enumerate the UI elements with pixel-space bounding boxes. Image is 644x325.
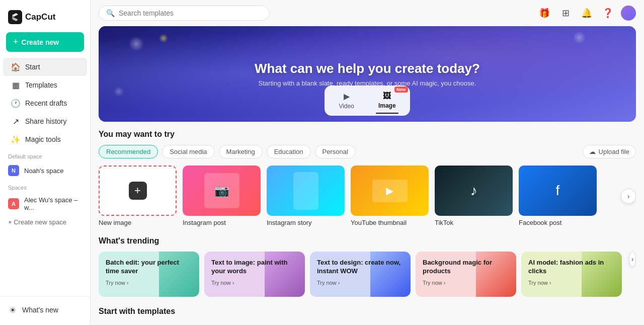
filter-social-media[interactable]: Social media <box>162 145 214 158</box>
create-new-button[interactable]: + Create new <box>6 32 84 52</box>
nav-label-magic-tools: Magic tools <box>25 135 61 143</box>
new-image-plus-icon: + <box>129 182 147 200</box>
template-label-tiktok: TikTok <box>435 219 513 226</box>
hero-tab-image-label: Image <box>378 102 396 109</box>
video-tab-icon: ▶ <box>344 92 350 101</box>
grid-icon[interactable]: ⊞ <box>557 5 574 21</box>
template-label-ig-story: Instagram story <box>267 219 345 226</box>
template-cards-row: + New image 📷 Instagram post Instagram s… <box>99 166 636 226</box>
trending-card-ai-model[interactable]: AI model: fashion ads in clicks Try now … <box>521 252 622 297</box>
trending-card-text-3: Text to design: create now, instant WOW … <box>317 259 404 286</box>
new-badge: New <box>394 87 408 93</box>
bell-icon[interactable]: 🔔 <box>579 5 595 21</box>
nav-label-share-history: Share history <box>25 117 66 125</box>
trending-card-text-5: AI model: fashion ads in clicks Try now … <box>528 259 615 286</box>
space-item-noah[interactable]: N Noah's space <box>0 161 90 180</box>
hero-tab-image[interactable]: 🖼 Image New <box>368 89 406 113</box>
search-box[interactable]: 🔍 <box>99 6 270 21</box>
sidebar-item-templates[interactable]: ▦ Templates <box>3 76 87 94</box>
user-avatar[interactable] <box>621 6 636 21</box>
start-templates-title: Start with templates <box>91 307 644 322</box>
trending-card-batch-edit[interactable]: Batch edit: your perfect time saver Try … <box>99 252 199 297</box>
trending-card-text-4: Background magic for products Try now › <box>423 259 509 286</box>
sidebar-item-whats-new[interactable]: ☀ What's new <box>0 301 90 319</box>
trending-card-bg-magic[interactable]: Background magic for products Try now › <box>416 252 516 297</box>
template-label-yt: YouTube thumbnail <box>351 219 429 226</box>
nav-label-recent-drafts: Recent drafts <box>25 99 67 107</box>
create-btn-label: Create new <box>22 38 59 46</box>
filter-marketing[interactable]: Marketing <box>219 145 263 158</box>
svg-rect-0 <box>8 10 22 24</box>
try-now-text-image[interactable]: Try now › <box>211 280 298 286</box>
upload-file-button[interactable]: ☁ Upload file <box>583 145 636 158</box>
topbar-icons: 🎁 ⊞ 🔔 ❓ <box>536 5 636 21</box>
create-new-space-button[interactable]: + Create new space <box>0 215 90 229</box>
space-item-alec[interactable]: A Alec Wu's space – w... <box>0 193 90 215</box>
gift-icon[interactable]: 🎁 <box>536 5 552 21</box>
cards-next-button[interactable]: › <box>621 189 636 204</box>
template-thumb-tiktok: ♪ <box>435 166 513 216</box>
try-now-bg-magic[interactable]: Try now › <box>423 280 509 286</box>
trending-next-button[interactable]: › <box>629 252 636 267</box>
trending-title-batch: Batch edit: your perfect time saver <box>106 259 192 276</box>
sidebar-item-share-history[interactable]: ↗ Share history <box>3 112 87 130</box>
clock-icon: 🕐 <box>11 99 20 108</box>
nav-label-templates: Templates <box>25 81 57 89</box>
sidebar-item-recent-drafts[interactable]: 🕐 Recent drafts <box>3 94 87 112</box>
trending-card-text-to-design[interactable]: Text to design: create now, instant WOW … <box>310 252 411 297</box>
templates-icon: ▦ <box>11 80 20 90</box>
filter-recommended[interactable]: Recommended <box>99 145 158 158</box>
star-icon: ☀ <box>8 305 17 314</box>
may-want-title: You may want to try <box>99 130 636 139</box>
alec-avatar: A <box>8 198 19 209</box>
sidebar: CapCut + Create new 🏠 Start ▦ Templates … <box>0 0 91 325</box>
image-tab-icon: 🖼 <box>383 92 391 101</box>
sidebar-item-magic-tools[interactable]: ✨ Magic tools <box>3 130 87 148</box>
trending-cards-row: Batch edit: your perfect time saver Try … <box>99 252 636 297</box>
filter-education[interactable]: Education <box>267 145 311 158</box>
plus-icon: + <box>13 37 19 47</box>
main-content: 🔍 🎁 ⊞ 🔔 ❓ What can we help you create to… <box>91 0 644 325</box>
hero-title: What can we help you create today? <box>255 61 480 76</box>
template-card-new-image[interactable]: + New image <box>99 166 177 226</box>
template-card-instagram-story[interactable]: Instagram story <box>267 166 345 226</box>
search-input[interactable] <box>119 9 262 17</box>
template-label-ig-post: Instagram post <box>183 219 261 226</box>
alec-space-label: Alec Wu's space – w... <box>24 196 82 211</box>
template-thumb-ig-story <box>267 166 345 216</box>
trending-card-text-to-image[interactable]: Text to image: paint with your words Try… <box>204 252 305 297</box>
noah-space-label: Noah's space <box>24 167 63 175</box>
template-card-tiktok[interactable]: ♪ TikTok <box>435 166 513 226</box>
trending-title-text-design: Text to design: create now, instant WOW <box>317 259 404 276</box>
template-card-instagram-post[interactable]: 📷 Instagram post <box>183 166 261 226</box>
help-icon[interactable]: ❓ <box>600 5 616 21</box>
noah-avatar: N <box>8 165 19 176</box>
template-label-fb: Facebook post <box>519 219 597 226</box>
template-card-facebook-post[interactable]: f Facebook post <box>519 166 597 226</box>
try-now-text-design[interactable]: Try now › <box>317 280 404 286</box>
may-want-section: You may want to try Recommended Social m… <box>91 130 644 236</box>
trending-title-ai-model: AI model: fashion ads in clicks <box>528 259 615 276</box>
filter-chips: Recommended Social media Marketing Educa… <box>99 145 636 158</box>
template-thumb-ig-post: 📷 <box>183 166 261 216</box>
template-label-new-image: New image <box>99 219 177 226</box>
template-card-youtube-thumbnail[interactable]: ▶ YouTube thumbnail <box>351 166 429 226</box>
sidebar-bottom: ☀ What's new <box>0 296 90 319</box>
search-icon: 🔍 <box>106 9 115 17</box>
template-thumb-yt: ▶ <box>351 166 429 216</box>
logo: CapCut <box>0 6 90 32</box>
trending-section: What's trending Batch edit: your perfect… <box>91 236 644 307</box>
sidebar-item-start[interactable]: 🏠 Start <box>3 58 87 76</box>
try-now-batch[interactable]: Try now › <box>106 280 192 286</box>
filter-personal[interactable]: Personal <box>315 145 356 158</box>
share-icon: ↗ <box>11 117 20 126</box>
upload-label: Upload file <box>599 148 629 155</box>
trending-card-text: Batch edit: your perfect time saver Try … <box>106 259 192 286</box>
app-name: CapCut <box>25 12 55 22</box>
hero-tab-video[interactable]: ▶ Video <box>329 89 364 113</box>
topbar: 🔍 🎁 ⊞ 🔔 ❓ <box>91 0 644 26</box>
trending-title: What's trending <box>99 236 636 246</box>
nav-label-start: Start <box>25 63 40 71</box>
try-now-ai-model[interactable]: Try now › <box>528 280 615 286</box>
create-space-label: + Create new space <box>8 218 66 226</box>
